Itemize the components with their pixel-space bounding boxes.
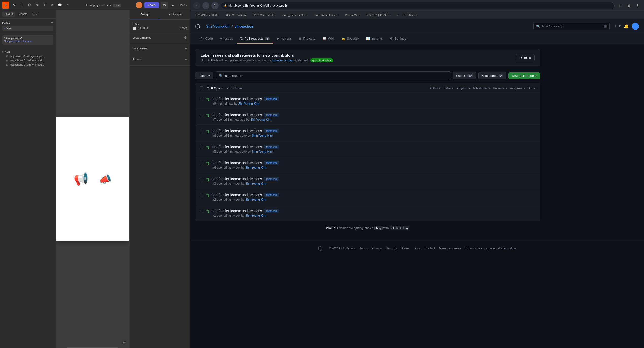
- pr-author-7[interactable]: ShinYoung-Kim: [250, 118, 271, 121]
- closed-prs-count[interactable]: ✓ 0 Closed: [226, 86, 243, 90]
- more-bookmarks-button[interactable]: »: [397, 14, 398, 17]
- new-pull-request-button[interactable]: New pull request: [508, 72, 540, 79]
- promo-link[interactable]: See plans that offer more: [4, 40, 32, 43]
- layer-item-2[interactable]: ⊞ megaphone-2--bullhorn-loud...: [2, 63, 53, 67]
- back-button[interactable]: ‹: [193, 2, 200, 9]
- footer-link-contact[interactable]: Contact: [424, 247, 435, 250]
- bookmark-4[interactable]: Pure React Comp...: [313, 13, 341, 17]
- local-variables-action[interactable]: ⚙: [184, 36, 187, 40]
- bookmark-5[interactable]: PoiemaWeb: [344, 13, 362, 17]
- labels-button[interactable]: Labels 10: [453, 72, 476, 79]
- pr-title-3[interactable]: feat(bezier-icons): update icons: [212, 177, 262, 181]
- tab-code[interactable]: </> Code: [195, 33, 217, 44]
- layer-item-0[interactable]: ⊞ magic-wand-2--design-magic...: [2, 54, 53, 58]
- pr-checkbox-7[interactable]: [200, 114, 203, 117]
- sort-author[interactable]: Author ▾: [429, 86, 441, 90]
- sort-reviews[interactable]: Reviews ▾: [493, 86, 507, 90]
- repo-owner[interactable]: ShinYoung-Kim: [206, 24, 230, 28]
- pr-title-2[interactable]: feat(bezier-icons): update icons: [212, 193, 262, 197]
- pr-author-8[interactable]: ShinYoung-Kim: [238, 102, 259, 106]
- pr-checkbox-1[interactable]: [200, 210, 203, 213]
- canvas-scrollbar-h[interactable]: [67, 347, 118, 348]
- pr-tag-7[interactable]: feat:icon: [264, 113, 279, 117]
- tab-settings[interactable]: ⚙ Settings: [386, 33, 410, 44]
- share-button[interactable]: Share: [144, 2, 159, 8]
- bookmark-0[interactable]: 안전망역시교육학...: [193, 13, 221, 18]
- menu-button[interactable]: ⋮: [634, 2, 641, 9]
- bookmark-3[interactable]: team_forever - Con...: [280, 13, 310, 17]
- pr-author-5[interactable]: ShinYoung-Kim: [252, 150, 273, 153]
- footer-link-privacy-data[interactable]: Do not share my personal information: [465, 247, 516, 250]
- pr-item-3[interactable]: ⇅ feat(bezier-icons): update icons feat:…: [195, 173, 540, 189]
- protip-code-link[interactable]: -label:bug: [390, 226, 409, 230]
- github-avatar[interactable]: [632, 23, 639, 30]
- pr-checkbox-2[interactable]: [200, 194, 203, 197]
- pr-title-1[interactable]: feat(bezier-icons): update icons: [212, 209, 262, 213]
- bookmark-all[interactable]: 모든 북마크: [401, 13, 419, 18]
- pr-author-1[interactable]: ShinYoung-Kim: [245, 214, 266, 217]
- github-search[interactable]: 🔍 Type / to search /: [533, 23, 610, 30]
- pr-title-6[interactable]: feat(bezier-icons): update icons: [212, 129, 262, 133]
- tab-projects[interactable]: ▦ Projects: [295, 33, 319, 44]
- pr-item-8[interactable]: ⇅ feat(bezier-icons): update icons feat:…: [195, 93, 540, 109]
- tab-wiki[interactable]: 📖 Wiki: [319, 33, 338, 44]
- pr-author-6[interactable]: ShinYoung-Kim: [252, 134, 273, 137]
- pr-checkbox-6[interactable]: [200, 130, 203, 133]
- pr-search-input[interactable]: 🔍 is:pr is:open: [216, 71, 451, 80]
- plus-icon[interactable]: ＋ ▾: [614, 24, 621, 29]
- tab-security[interactable]: 🔒 Security: [338, 33, 362, 44]
- sort-projects[interactable]: Projects ▾: [457, 86, 470, 90]
- repo-name[interactable]: cli-practice: [235, 24, 253, 28]
- filter-button[interactable]: Filters ▾: [195, 72, 213, 79]
- pr-tag-2[interactable]: feat:icon: [264, 193, 279, 197]
- sort-sort[interactable]: Sort ▾: [528, 86, 536, 90]
- footer-link-cookies[interactable]: Manage cookies: [439, 247, 461, 250]
- pr-title-7[interactable]: feat(bezier-icons): update icons: [212, 113, 262, 117]
- pr-tag-3[interactable]: feat:icon: [264, 177, 279, 181]
- browser-url-bar[interactable]: 🔒 github.com/ShinYoung-Kim/cli-practice/…: [221, 2, 615, 9]
- tab-insights[interactable]: 📊 Insights: [362, 33, 386, 44]
- pr-item-4[interactable]: ⇅ feat(bezier-icons): update icons feat:…: [195, 157, 540, 173]
- open-prs-count[interactable]: ⇅ 8 Open: [207, 86, 222, 90]
- pr-title-5[interactable]: feat(bezier-icons): update icons: [212, 145, 262, 149]
- footer-link-security[interactable]: Security: [386, 247, 397, 250]
- pr-tag-8[interactable]: feat:icon: [264, 97, 279, 101]
- user-avatar[interactable]: [136, 2, 142, 8]
- tab-actions[interactable]: ▶ Actions: [273, 33, 295, 44]
- help-button[interactable]: ?: [121, 339, 127, 345]
- pr-tag-6[interactable]: feat:icon: [264, 129, 279, 133]
- select-all-checkbox[interactable]: [200, 86, 203, 90]
- pr-checkbox-5[interactable]: [200, 146, 203, 149]
- pr-tag-1[interactable]: feat:icon: [264, 209, 279, 213]
- bookmark-6[interactable]: 코딩련선 | TOAST...: [365, 13, 392, 18]
- notification-button[interactable]: 🔔: [624, 24, 629, 29]
- layer-group-icon[interactable]: ▾ Icon: [2, 49, 53, 54]
- tab-assets[interactable]: Assets: [16, 12, 30, 17]
- pr-tag-4[interactable]: feat:icon: [264, 161, 279, 165]
- layer-item-1[interactable]: ⊞ megaphone-2--bullhorn-loud...: [2, 58, 53, 63]
- pr-item-7[interactable]: ⇅ feat(bezier-icons): update icons feat:…: [195, 109, 540, 125]
- pr-author-4[interactable]: ShinYoung-Kim: [245, 166, 266, 169]
- dismiss-button[interactable]: Dismiss: [516, 54, 535, 61]
- tab-layers[interactable]: Layers: [2, 12, 15, 17]
- discover-issues-link[interactable]: discover issues: [272, 59, 293, 62]
- bookmark-button[interactable]: ☆: [617, 2, 624, 9]
- pr-author-3[interactable]: ShinYoung-Kim: [245, 182, 266, 185]
- footer-link-status[interactable]: Status: [401, 247, 409, 250]
- bookmark-1[interactable]: 곰 기초 트레이닝: [224, 13, 248, 18]
- footer-link-terms[interactable]: Terms: [359, 247, 368, 250]
- tab-prototype[interactable]: Prototype: [160, 10, 190, 19]
- pr-author-2[interactable]: ShinYoung-Kim: [245, 198, 266, 201]
- pr-checkbox-3[interactable]: [200, 178, 203, 181]
- bookmark-2[interactable]: DAO 보도 - 예시글: [251, 13, 277, 18]
- pr-item-1[interactable]: ⇅ feat(bezier-icons): update icons feat:…: [195, 205, 540, 221]
- add-export-button[interactable]: +: [185, 57, 187, 61]
- figma-canvas[interactable]: 📢 📣 ?: [56, 10, 129, 348]
- tab-issues[interactable]: ● Issues: [217, 33, 237, 44]
- page-item-icon[interactable]: ✓ icon: [2, 26, 53, 31]
- pr-tag-5[interactable]: feat:icon: [264, 145, 279, 149]
- pr-title-4[interactable]: feat(bezier-icons): update icons: [212, 161, 262, 165]
- pr-checkbox-8[interactable]: [200, 98, 203, 101]
- milestones-button[interactable]: Milestones 0: [478, 72, 506, 79]
- pr-title-8[interactable]: feat(bezier-icons): update icons: [212, 97, 262, 101]
